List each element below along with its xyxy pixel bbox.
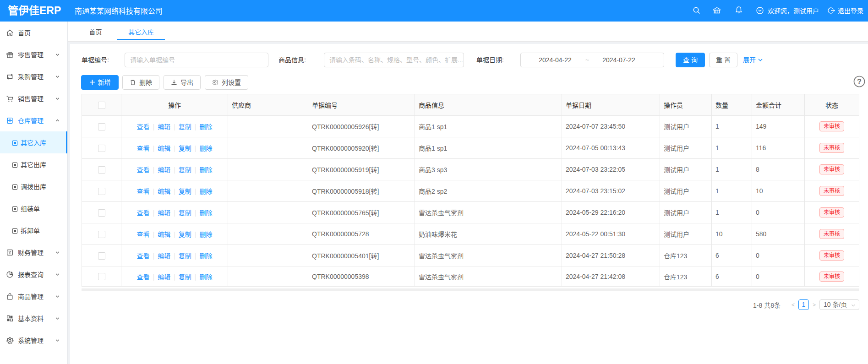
svg-text:?: ? [857, 78, 862, 86]
